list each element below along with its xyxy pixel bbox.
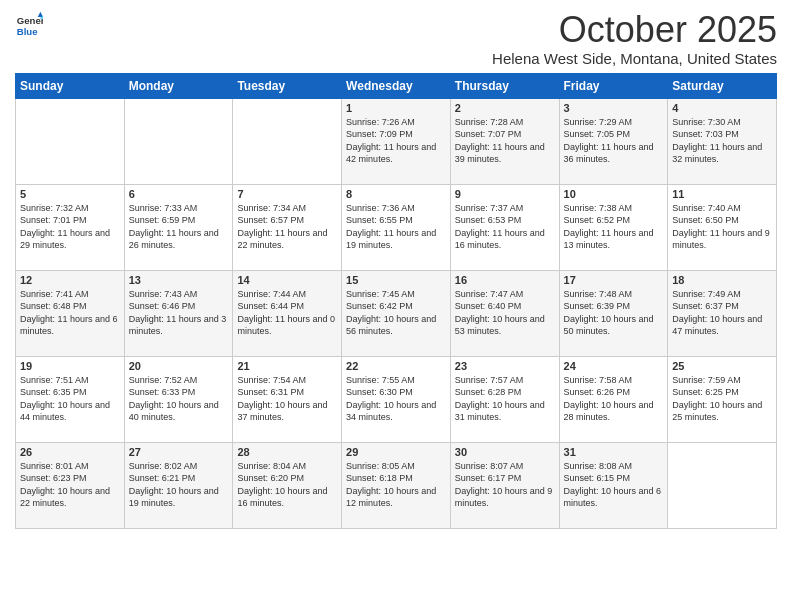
table-row: 3Sunrise: 7:29 AM Sunset: 7:05 PM Daylig… xyxy=(559,98,668,184)
day-info: Sunrise: 8:08 AM Sunset: 6:15 PM Dayligh… xyxy=(564,460,664,510)
day-info: Sunrise: 7:40 AM Sunset: 6:50 PM Dayligh… xyxy=(672,202,772,252)
table-row: 31Sunrise: 8:08 AM Sunset: 6:15 PM Dayli… xyxy=(559,442,668,528)
day-number: 8 xyxy=(346,188,446,200)
day-info: Sunrise: 7:29 AM Sunset: 7:05 PM Dayligh… xyxy=(564,116,664,166)
day-info: Sunrise: 7:41 AM Sunset: 6:48 PM Dayligh… xyxy=(20,288,120,338)
day-number: 19 xyxy=(20,360,120,372)
svg-text:Blue: Blue xyxy=(17,26,38,37)
day-info: Sunrise: 7:34 AM Sunset: 6:57 PM Dayligh… xyxy=(237,202,337,252)
day-number: 17 xyxy=(564,274,664,286)
calendar-week-3: 12Sunrise: 7:41 AM Sunset: 6:48 PM Dayli… xyxy=(16,270,777,356)
day-number: 23 xyxy=(455,360,555,372)
day-number: 22 xyxy=(346,360,446,372)
table-row: 21Sunrise: 7:54 AM Sunset: 6:31 PM Dayli… xyxy=(233,356,342,442)
day-number: 2 xyxy=(455,102,555,114)
table-row: 14Sunrise: 7:44 AM Sunset: 6:44 PM Dayli… xyxy=(233,270,342,356)
day-number: 16 xyxy=(455,274,555,286)
day-info: Sunrise: 7:49 AM Sunset: 6:37 PM Dayligh… xyxy=(672,288,772,338)
table-row: 26Sunrise: 8:01 AM Sunset: 6:23 PM Dayli… xyxy=(16,442,125,528)
col-sunday: Sunday xyxy=(16,73,125,98)
day-number: 25 xyxy=(672,360,772,372)
day-info: Sunrise: 8:05 AM Sunset: 6:18 PM Dayligh… xyxy=(346,460,446,510)
day-number: 26 xyxy=(20,446,120,458)
day-number: 20 xyxy=(129,360,229,372)
table-row: 10Sunrise: 7:38 AM Sunset: 6:52 PM Dayli… xyxy=(559,184,668,270)
day-info: Sunrise: 7:44 AM Sunset: 6:44 PM Dayligh… xyxy=(237,288,337,338)
day-number: 3 xyxy=(564,102,664,114)
table-row: 29Sunrise: 8:05 AM Sunset: 6:18 PM Dayli… xyxy=(342,442,451,528)
col-friday: Friday xyxy=(559,73,668,98)
day-number: 4 xyxy=(672,102,772,114)
table-row xyxy=(668,442,777,528)
day-info: Sunrise: 8:02 AM Sunset: 6:21 PM Dayligh… xyxy=(129,460,229,510)
day-info: Sunrise: 7:36 AM Sunset: 6:55 PM Dayligh… xyxy=(346,202,446,252)
day-number: 27 xyxy=(129,446,229,458)
header-row: Sunday Monday Tuesday Wednesday Thursday… xyxy=(16,73,777,98)
day-number: 12 xyxy=(20,274,120,286)
day-info: Sunrise: 7:55 AM Sunset: 6:30 PM Dayligh… xyxy=(346,374,446,424)
day-number: 29 xyxy=(346,446,446,458)
day-info: Sunrise: 7:54 AM Sunset: 6:31 PM Dayligh… xyxy=(237,374,337,424)
calendar-week-2: 5Sunrise: 7:32 AM Sunset: 7:01 PM Daylig… xyxy=(16,184,777,270)
table-row: 17Sunrise: 7:48 AM Sunset: 6:39 PM Dayli… xyxy=(559,270,668,356)
table-row: 2Sunrise: 7:28 AM Sunset: 7:07 PM Daylig… xyxy=(450,98,559,184)
day-number: 9 xyxy=(455,188,555,200)
day-number: 15 xyxy=(346,274,446,286)
day-info: Sunrise: 7:30 AM Sunset: 7:03 PM Dayligh… xyxy=(672,116,772,166)
day-number: 18 xyxy=(672,274,772,286)
table-row: 27Sunrise: 8:02 AM Sunset: 6:21 PM Dayli… xyxy=(124,442,233,528)
day-number: 13 xyxy=(129,274,229,286)
day-info: Sunrise: 7:48 AM Sunset: 6:39 PM Dayligh… xyxy=(564,288,664,338)
table-row: 18Sunrise: 7:49 AM Sunset: 6:37 PM Dayli… xyxy=(668,270,777,356)
day-number: 21 xyxy=(237,360,337,372)
table-row: 5Sunrise: 7:32 AM Sunset: 7:01 PM Daylig… xyxy=(16,184,125,270)
day-info: Sunrise: 7:33 AM Sunset: 6:59 PM Dayligh… xyxy=(129,202,229,252)
calendar-table: Sunday Monday Tuesday Wednesday Thursday… xyxy=(15,73,777,529)
day-number: 28 xyxy=(237,446,337,458)
table-row: 23Sunrise: 7:57 AM Sunset: 6:28 PM Dayli… xyxy=(450,356,559,442)
table-row: 30Sunrise: 8:07 AM Sunset: 6:17 PM Dayli… xyxy=(450,442,559,528)
logo-icon: General Blue xyxy=(15,10,43,38)
table-row: 22Sunrise: 7:55 AM Sunset: 6:30 PM Dayli… xyxy=(342,356,451,442)
table-row xyxy=(16,98,125,184)
day-number: 14 xyxy=(237,274,337,286)
table-row: 4Sunrise: 7:30 AM Sunset: 7:03 PM Daylig… xyxy=(668,98,777,184)
table-row: 12Sunrise: 7:41 AM Sunset: 6:48 PM Dayli… xyxy=(16,270,125,356)
table-row: 9Sunrise: 7:37 AM Sunset: 6:53 PM Daylig… xyxy=(450,184,559,270)
day-info: Sunrise: 7:28 AM Sunset: 7:07 PM Dayligh… xyxy=(455,116,555,166)
col-saturday: Saturday xyxy=(668,73,777,98)
table-row: 6Sunrise: 7:33 AM Sunset: 6:59 PM Daylig… xyxy=(124,184,233,270)
day-info: Sunrise: 7:57 AM Sunset: 6:28 PM Dayligh… xyxy=(455,374,555,424)
logo: General Blue xyxy=(15,10,43,38)
day-info: Sunrise: 7:26 AM Sunset: 7:09 PM Dayligh… xyxy=(346,116,446,166)
col-thursday: Thursday xyxy=(450,73,559,98)
day-number: 1 xyxy=(346,102,446,114)
day-info: Sunrise: 7:37 AM Sunset: 6:53 PM Dayligh… xyxy=(455,202,555,252)
day-number: 11 xyxy=(672,188,772,200)
day-info: Sunrise: 7:43 AM Sunset: 6:46 PM Dayligh… xyxy=(129,288,229,338)
table-row xyxy=(233,98,342,184)
table-row: 28Sunrise: 8:04 AM Sunset: 6:20 PM Dayli… xyxy=(233,442,342,528)
day-number: 5 xyxy=(20,188,120,200)
day-info: Sunrise: 7:52 AM Sunset: 6:33 PM Dayligh… xyxy=(129,374,229,424)
calendar-week-1: 1Sunrise: 7:26 AM Sunset: 7:09 PM Daylig… xyxy=(16,98,777,184)
day-info: Sunrise: 7:47 AM Sunset: 6:40 PM Dayligh… xyxy=(455,288,555,338)
col-tuesday: Tuesday xyxy=(233,73,342,98)
table-row: 24Sunrise: 7:58 AM Sunset: 6:26 PM Dayli… xyxy=(559,356,668,442)
table-row: 19Sunrise: 7:51 AM Sunset: 6:35 PM Dayli… xyxy=(16,356,125,442)
month-title: October 2025 xyxy=(492,10,777,50)
day-info: Sunrise: 8:01 AM Sunset: 6:23 PM Dayligh… xyxy=(20,460,120,510)
table-row: 25Sunrise: 7:59 AM Sunset: 6:25 PM Dayli… xyxy=(668,356,777,442)
table-row: 13Sunrise: 7:43 AM Sunset: 6:46 PM Dayli… xyxy=(124,270,233,356)
day-number: 10 xyxy=(564,188,664,200)
table-row: 11Sunrise: 7:40 AM Sunset: 6:50 PM Dayli… xyxy=(668,184,777,270)
title-block: October 2025 Helena West Side, Montana, … xyxy=(492,10,777,67)
day-info: Sunrise: 7:32 AM Sunset: 7:01 PM Dayligh… xyxy=(20,202,120,252)
day-info: Sunrise: 8:04 AM Sunset: 6:20 PM Dayligh… xyxy=(237,460,337,510)
day-number: 6 xyxy=(129,188,229,200)
day-info: Sunrise: 7:38 AM Sunset: 6:52 PM Dayligh… xyxy=(564,202,664,252)
col-monday: Monday xyxy=(124,73,233,98)
day-info: Sunrise: 7:51 AM Sunset: 6:35 PM Dayligh… xyxy=(20,374,120,424)
day-number: 7 xyxy=(237,188,337,200)
calendar-week-5: 26Sunrise: 8:01 AM Sunset: 6:23 PM Dayli… xyxy=(16,442,777,528)
